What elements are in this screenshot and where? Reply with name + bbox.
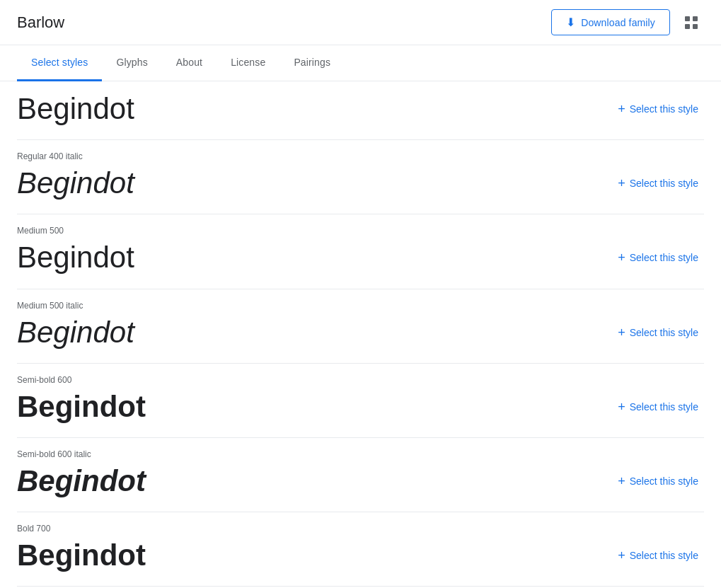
select-style-label-0: Select this style (630, 178, 698, 189)
select-style-label: Select this style (630, 103, 698, 115)
style-label-1: Medium 500 (17, 226, 704, 236)
select-style-button-partial[interactable]: + Select this style (612, 100, 704, 118)
svg-rect-0 (685, 16, 690, 21)
plus-icon: + (618, 103, 625, 115)
tab-select-styles[interactable]: Select styles (17, 45, 102, 81)
grid-icon-button[interactable] (679, 10, 704, 35)
plus-icon-3: + (618, 400, 625, 413)
style-content-1: Begindot + Select this style (17, 241, 704, 274)
styles-list: Begindot + Select this style Regular 400… (0, 81, 721, 587)
style-preview-1: Begindot (17, 241, 134, 274)
select-style-label-2: Select this style (630, 327, 698, 338)
grid-svg-icon (683, 14, 700, 31)
tab-pairings[interactable]: Pairings (279, 45, 345, 81)
select-style-button-3[interactable]: + Select this style (612, 398, 704, 416)
style-row-0: Regular 400 italic Begindot + Select thi… (17, 140, 704, 214)
select-style-button-1[interactable]: + Select this style (612, 248, 704, 267)
svg-rect-2 (685, 24, 690, 29)
select-style-button-5[interactable]: + Select this style (612, 546, 704, 565)
style-row-4: Semi-bold 600 italic Begindot + Select t… (17, 438, 704, 512)
style-label-0: Regular 400 italic (17, 151, 704, 161)
style-content-4: Begindot + Select this style (17, 465, 704, 497)
style-label-4: Semi-bold 600 italic (17, 449, 704, 459)
style-preview-partial: Begindot (17, 93, 134, 125)
style-content-2: Begindot + Select this style (17, 316, 704, 349)
select-style-button-2[interactable]: + Select this style (612, 323, 704, 342)
style-content-0: Begindot + Select this style (17, 167, 704, 200)
nav-tabs: Select styles Glyphs About License Pairi… (0, 45, 721, 81)
select-style-button-0[interactable]: + Select this style (612, 174, 704, 192)
tab-about[interactable]: About (162, 45, 217, 81)
plus-icon-0: + (618, 177, 625, 190)
style-label-2: Medium 500 italic (17, 301, 704, 311)
plus-icon-4: + (618, 475, 625, 488)
style-content-5: Begindot + Select this style (17, 539, 704, 572)
plus-icon-5: + (618, 549, 625, 562)
plus-icon-1: + (618, 251, 625, 264)
style-preview-0: Begindot (17, 167, 134, 200)
select-style-button-4[interactable]: + Select this style (612, 472, 704, 490)
select-style-label-3: Select this style (630, 401, 698, 413)
style-content-partial: Begindot + Select this style (17, 93, 704, 125)
select-style-label-1: Select this style (630, 252, 698, 263)
style-row-5: Bold 700 Begindot + Select this style (17, 512, 704, 587)
select-style-label-4: Select this style (630, 475, 698, 487)
download-button-label: Download family (581, 17, 655, 28)
select-style-label-5: Select this style (630, 550, 698, 561)
tab-license[interactable]: License (217, 45, 279, 81)
style-content-3: Begindot + Select this style (17, 391, 704, 423)
style-row-3: Semi-bold 600 Begindot + Select this sty… (17, 364, 704, 438)
style-preview-3: Begindot (17, 391, 146, 423)
style-row-1: Medium 500 Begindot + Select this style (17, 214, 704, 289)
style-label-5: Bold 700 (17, 524, 704, 534)
plus-icon-2: + (618, 326, 625, 339)
style-preview-5: Begindot (17, 539, 146, 572)
download-icon: ⬇ (566, 16, 575, 29)
style-row-2: Medium 500 italic Begindot + Select this… (17, 289, 704, 364)
logo: Barlow (17, 13, 64, 32)
style-row-partial: Begindot + Select this style (17, 81, 704, 140)
download-family-button[interactable]: ⬇ Download family (551, 9, 670, 35)
style-preview-2: Begindot (17, 316, 134, 349)
style-label-3: Semi-bold 600 (17, 375, 704, 385)
header-right: ⬇ Download family (551, 9, 704, 35)
style-preview-4: Begindot (17, 465, 146, 497)
tab-glyphs[interactable]: Glyphs (102, 45, 161, 81)
svg-rect-3 (693, 24, 698, 29)
svg-rect-1 (693, 16, 698, 21)
header: Barlow ⬇ Download family (0, 0, 721, 45)
